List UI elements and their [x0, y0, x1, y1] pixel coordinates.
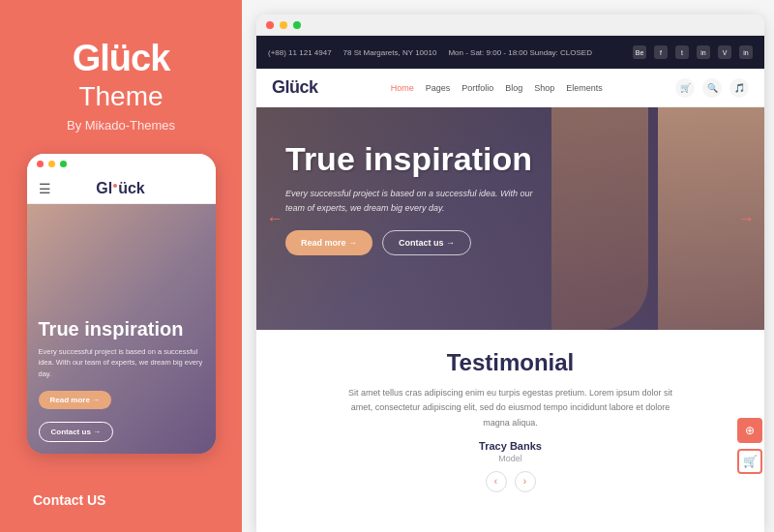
testimonial-prev-button[interactable]: ‹ — [486, 471, 507, 492]
hero-buttons: Read more → Contact us → — [285, 230, 735, 255]
hero-arrow-left[interactable]: ← — [266, 209, 283, 229]
social-twitter-icon[interactable]: t — [675, 45, 689, 59]
mobile-top-bar — [27, 154, 216, 175]
desktop-header-bar: (+88) 11 121 4947 78 St Margarets, NY 10… — [256, 36, 764, 69]
mobile-hero: True inspiration Every successful projec… — [27, 204, 216, 454]
social-behance-icon[interactable]: Be — [633, 45, 646, 59]
testimonial-text: Sit amet tellus cras adipiscing enim eu … — [346, 386, 675, 430]
testimonial-author: Tracy Banks — [295, 440, 726, 452]
mobile-read-more-button[interactable]: Read more → — [39, 391, 112, 409]
header-address: 78 St Margarets, NY 10010 — [343, 48, 437, 57]
corner-icon-cart[interactable]: 🛒 — [737, 449, 762, 474]
hamburger-icon: ☰ — [39, 181, 51, 196]
testimonial-section: Testimonial Sit amet tellus cras adipisc… — [256, 330, 764, 512]
nav-item-elements[interactable]: Elements — [566, 83, 603, 93]
desktop-nav-logo: Glück — [272, 77, 318, 98]
desktop-hero-content: True inspiration Every successful projec… — [256, 107, 764, 275]
social-facebook-icon[interactable]: f — [654, 45, 668, 59]
brand-by: By Mikado-Themes — [67, 118, 175, 133]
desktop-hero-title: True inspiration — [285, 141, 735, 177]
contact-us-label: Contact US — [33, 492, 105, 517]
right-panel: (+88) 11 121 4947 78 St Margarets, NY 10… — [242, 0, 774, 532]
browser-dot-green — [293, 21, 301, 29]
bottom-right-icons: ⊕ 🛒 — [737, 418, 762, 474]
nav-search-icon[interactable]: 🔍 — [702, 78, 722, 98]
social-instagram-icon[interactable]: in — [697, 45, 710, 59]
nav-item-blog[interactable]: Blog — [505, 83, 522, 93]
header-hours: Mon - Sat: 9:00 - 18:00 Sunday: CLOSED — [448, 48, 592, 57]
mobile-dot-green — [60, 161, 67, 167]
browser-top-bar — [256, 15, 764, 36]
hero-read-more-button[interactable]: Read more → — [285, 230, 372, 255]
mobile-hero-title: True inspiration — [39, 317, 204, 340]
desktop-nav: Glück Home Pages Portfolio Blog Shop Ele… — [256, 69, 764, 107]
brand-subtitle: Theme — [67, 81, 175, 112]
browser-dot-yellow — [280, 21, 287, 29]
mobile-dot-red — [37, 161, 44, 167]
nav-icons: 🛒 🔍 🎵 — [675, 78, 749, 98]
testimonial-role: Model — [295, 454, 726, 463]
nav-item-pages[interactable]: Pages — [426, 83, 451, 93]
browser-dot-red — [266, 21, 274, 29]
nav-item-portfolio[interactable]: Portfolio — [461, 83, 493, 93]
desktop-hero: ← → True inspiration Every successful pr… — [256, 107, 764, 330]
desktop-hero-description: Every successful project is based on a s… — [285, 187, 537, 215]
mobile-nav-bar: ☰ Glück — [27, 175, 216, 204]
mobile-hero-description: Every successful project is based on a s… — [39, 346, 204, 379]
brand-title: Glück — [67, 39, 175, 79]
social-vimeo-icon[interactable]: V — [718, 45, 731, 59]
desktop-mockup: (+88) 11 121 4947 78 St Margarets, NY 10… — [256, 15, 764, 532]
desktop-nav-menu: Home Pages Portfolio Blog Shop Elements — [391, 83, 603, 93]
left-panel: Glück Theme By Mikado-Themes ☰ Glück Tru… — [0, 0, 242, 532]
hero-arrow-right[interactable]: → — [737, 209, 755, 229]
mobile-hero-content: True inspiration Every successful projec… — [39, 317, 204, 442]
header-social-icons: Be f t in V in — [633, 45, 753, 59]
nav-audio-icon[interactable]: 🎵 — [729, 78, 749, 98]
testimonial-next-button[interactable]: › — [515, 471, 536, 492]
header-phone: (+88) 11 121 4947 — [268, 48, 332, 57]
hero-contact-button[interactable]: Contact us → — [382, 230, 471, 255]
testimonial-arrows: ‹ › — [295, 471, 726, 492]
mobile-mockup: ☰ Glück True inspiration Every successfu… — [27, 154, 216, 454]
mobile-logo: Glück — [96, 180, 144, 197]
nav-item-home[interactable]: Home — [391, 83, 414, 93]
testimonial-title: Testimonial — [295, 349, 726, 376]
header-left-info: (+88) 11 121 4947 78 St Margarets, NY 10… — [268, 48, 592, 57]
social-linkedin-icon[interactable]: in — [739, 45, 753, 59]
mobile-contact-button[interactable]: Contact us → — [39, 422, 114, 442]
nav-item-shop[interactable]: Shop — [534, 83, 554, 93]
corner-icon-orange[interactable]: ⊕ — [737, 418, 762, 443]
mobile-dot-yellow — [48, 161, 55, 167]
nav-cart-icon[interactable]: 🛒 — [675, 78, 695, 98]
